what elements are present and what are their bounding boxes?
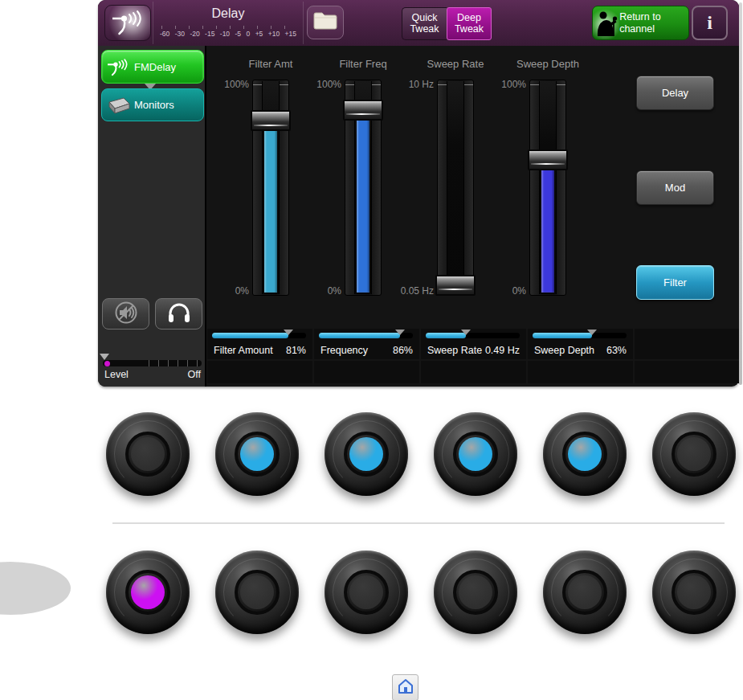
knob-row2-3-off[interactable] <box>325 551 408 634</box>
param-label: Filter Amount <box>214 345 273 356</box>
effect-title: Delay <box>153 6 303 21</box>
fader-slot <box>447 81 464 294</box>
fader-sweep-depth[interactable] <box>529 80 566 296</box>
level-slider-dot <box>104 361 110 366</box>
param-empty-cell <box>635 329 740 359</box>
panel-edge-highlight <box>739 2 742 385</box>
knob-row-bottom <box>106 551 736 634</box>
fader-filter-amt[interactable] <box>252 80 289 296</box>
fader-label: Sweep Rate <box>407 58 504 70</box>
param-sweep-depth[interactable]: Sweep Depth 63% <box>528 329 633 359</box>
param-mini-slider[interactable] <box>319 333 413 338</box>
fader-handle[interactable] <box>435 275 476 296</box>
fader-min-label: 0.05 Hz <box>389 285 434 297</box>
fader-handle[interactable] <box>343 100 383 121</box>
param-label: Sweep Depth <box>534 345 594 356</box>
fader-label: Sweep Depth <box>500 58 596 70</box>
tab-mod[interactable]: Mod <box>636 170 714 205</box>
knob-light <box>240 437 274 471</box>
param-mini-slider[interactable] <box>426 333 520 338</box>
fader-label: Filter Amt <box>222 58 319 70</box>
headphones-icon <box>166 301 192 327</box>
fader-max-label: 100% <box>204 79 249 90</box>
param-label: Sweep Rate <box>427 345 482 356</box>
fader-fill <box>541 163 554 293</box>
meter-tick-label: -60 <box>160 30 169 38</box>
fader-handle[interactable] <box>251 110 291 131</box>
tab-quick-tweak[interactable]: Quick Tweak <box>402 7 447 40</box>
knob-row1-3-blue[interactable] <box>325 412 408 496</box>
knob-row1-6-off[interactable] <box>652 412 736 496</box>
tab-deep-tweak[interactable]: Deep Tweak <box>447 7 492 40</box>
mute-button[interactable] <box>102 298 149 330</box>
knob-row1-1-off[interactable] <box>106 412 190 496</box>
sidebar-item-label: Monitors <box>134 99 174 111</box>
return-button-label: Return to channel <box>619 11 688 35</box>
knob-row1-4-blue[interactable] <box>434 412 517 496</box>
fader-min-label: 0% <box>481 285 526 297</box>
param-sweep-rate[interactable]: Sweep Rate 0.49 Hz <box>421 329 526 359</box>
param-mini-slider[interactable] <box>533 333 627 338</box>
fader-sweep-rate[interactable] <box>437 80 474 296</box>
knob-light <box>349 437 383 471</box>
home-button[interactable] <box>392 674 418 700</box>
knob-row-top <box>106 412 736 496</box>
knob-light <box>131 575 165 609</box>
headphones-button[interactable] <box>155 298 202 330</box>
level-value: Off <box>188 369 201 380</box>
fader-min-label: 0% <box>204 285 249 297</box>
level-slider-ticks <box>149 360 198 366</box>
level-label: Level <box>104 369 129 380</box>
folder-icon <box>312 10 338 35</box>
meter-tick-label: +5 <box>255 30 263 38</box>
knob-row2-6-off[interactable] <box>652 551 736 634</box>
sidebar-item-fmdelay[interactable]: FMDelay <box>101 50 204 84</box>
meter-tick-label: -30 <box>175 30 185 38</box>
level-slider-marker <box>100 354 109 360</box>
effect-channel-button[interactable] <box>104 5 151 41</box>
param-filter-amount[interactable]: Filter Amount 81% <box>207 329 312 359</box>
fader-max-label: 100% <box>296 79 341 90</box>
knob-row2-1-magenta[interactable] <box>106 551 190 634</box>
meter-tick-label: -10 <box>220 30 230 38</box>
return-to-channel-button[interactable]: Return to channel <box>592 6 689 40</box>
knob-row2-5-off[interactable] <box>543 551 627 634</box>
fader-max-label: 10 Hz <box>389 79 434 90</box>
param-frequency[interactable]: Frequency 86% <box>314 329 419 359</box>
level-meter-scale: -60-30-20-15-10-50+5+10+15 <box>160 26 296 38</box>
knob-row1-5-blue[interactable] <box>543 412 627 496</box>
knob-row2-4-off[interactable] <box>434 551 517 634</box>
param-empty-cell <box>528 361 633 383</box>
fader-fill <box>264 124 277 293</box>
param-empty-cell <box>421 361 526 383</box>
info-icon: i <box>707 12 712 34</box>
param-empty-cell <box>635 361 740 383</box>
param-mini-slider[interactable] <box>212 333 306 338</box>
sidebar-item-monitors[interactable]: Monitors <box>101 88 204 121</box>
fader-filter-freq[interactable] <box>345 80 382 296</box>
level-slider[interactable] <box>103 360 202 366</box>
slider-marker-icon <box>587 330 597 335</box>
knob-light <box>131 437 165 471</box>
param-value: 63% <box>606 345 627 356</box>
sidebar: FMDelay Monitors <box>98 46 206 387</box>
info-button[interactable]: i <box>692 6 728 40</box>
fader-handle[interactable] <box>528 149 568 170</box>
knob-row2-2-off[interactable] <box>215 551 299 634</box>
meter-tick-label: -15 <box>205 30 214 38</box>
slider-marker-icon <box>461 330 471 335</box>
knob-light <box>568 575 602 609</box>
tab-filter[interactable]: Filter <box>636 265 714 300</box>
preset-folder-button[interactable] <box>307 6 344 39</box>
param-value: 0.49 Hz <box>485 345 520 356</box>
param-label: Frequency <box>320 345 368 356</box>
knob-row1-2-blue[interactable] <box>215 412 299 496</box>
fader-max-label: 100% <box>481 79 526 90</box>
deep-tweak-panel: Delay -60-30-20-15-10-50+5+10+15 Quick T… <box>98 0 739 387</box>
slider-marker-icon <box>395 330 405 335</box>
meter-tick-label: +10 <box>268 30 280 38</box>
meter-tick-lines <box>161 26 295 29</box>
tab-delay[interactable]: Delay <box>636 76 714 110</box>
tweak-mode-tabs: Quick Tweak Deep Tweak <box>402 7 492 40</box>
fader-fill <box>357 113 369 293</box>
